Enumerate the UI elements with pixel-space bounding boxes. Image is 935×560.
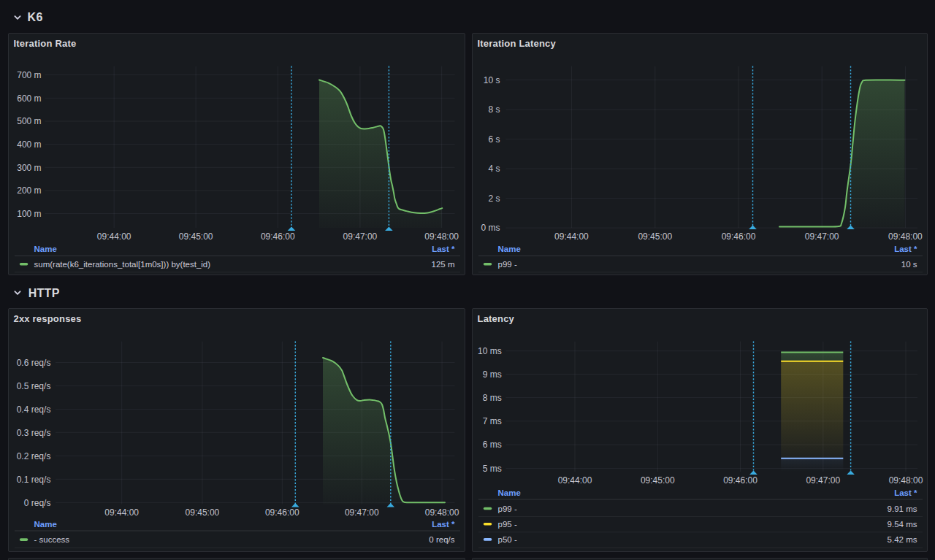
svg-text:09:46:00: 09:46:00 xyxy=(722,231,756,242)
svg-text:Name: Name xyxy=(498,245,521,253)
svg-text:09:46:00: 09:46:00 xyxy=(265,507,299,518)
svg-text:0.1 req/s: 0.1 req/s xyxy=(17,475,51,485)
svg-text:125 m: 125 m xyxy=(432,260,455,269)
svg-text:09:45:00: 09:45:00 xyxy=(179,231,213,242)
svg-text:0.3 req/s: 0.3 req/s xyxy=(17,428,51,438)
svg-text:09:47:00: 09:47:00 xyxy=(345,507,379,518)
svg-text:0 req/s: 0 req/s xyxy=(24,498,51,508)
svg-text:Name: Name xyxy=(34,520,57,529)
svg-text:09:44:00: 09:44:00 xyxy=(104,507,139,518)
svg-text:Last *: Last * xyxy=(432,520,455,529)
svg-text:6 s: 6 s xyxy=(488,134,500,145)
svg-text:700 m: 700 m xyxy=(17,70,41,80)
svg-text:500 m: 500 m xyxy=(17,116,41,126)
svg-text:0 ms: 0 ms xyxy=(481,223,500,233)
svg-text:4 s: 4 s xyxy=(488,164,500,174)
svg-text:09:45:00: 09:45:00 xyxy=(638,231,672,242)
svg-text:09:48:00: 09:48:00 xyxy=(888,231,923,242)
svg-text:09:44:00: 09:44:00 xyxy=(554,231,589,242)
svg-text:9 ms: 9 ms xyxy=(483,369,502,380)
svg-text:09:44:00: 09:44:00 xyxy=(97,231,131,242)
svg-text:6 ms: 6 ms xyxy=(483,440,502,450)
svg-text:9.91 ms: 9.91 ms xyxy=(888,505,917,513)
svg-text:2 s: 2 s xyxy=(488,193,500,204)
svg-text:10 ms: 10 ms xyxy=(478,346,502,356)
svg-text:09:44:00: 09:44:00 xyxy=(558,475,592,486)
svg-text:p50 -: p50 - xyxy=(498,535,517,544)
svg-text:09:48:00: 09:48:00 xyxy=(889,475,923,486)
svg-text:0 req/s: 0 req/s xyxy=(429,535,454,544)
svg-text:600 m: 600 m xyxy=(17,93,41,104)
svg-text:100 m: 100 m xyxy=(17,209,41,219)
svg-text:8 ms: 8 ms xyxy=(483,393,502,403)
svg-text:5 ms: 5 ms xyxy=(483,464,502,474)
svg-text:0.2 req/s: 0.2 req/s xyxy=(17,451,51,461)
svg-text:09:47:00: 09:47:00 xyxy=(806,475,840,486)
svg-text:- success: - success xyxy=(34,535,70,544)
svg-text:09:46:00: 09:46:00 xyxy=(723,475,757,486)
svg-text:09:47:00: 09:47:00 xyxy=(805,231,839,242)
svg-text:0.4 req/s: 0.4 req/s xyxy=(17,404,51,415)
svg-text:7 ms: 7 ms xyxy=(483,416,502,426)
svg-text:Last *: Last * xyxy=(894,245,917,253)
svg-text:p99 -: p99 - xyxy=(498,505,517,513)
svg-text:0.6 req/s: 0.6 req/s xyxy=(17,358,51,368)
svg-text:10 s: 10 s xyxy=(901,260,917,269)
svg-text:Last *: Last * xyxy=(894,488,917,497)
svg-text:09:45:00: 09:45:00 xyxy=(641,475,675,486)
svg-text:Name: Name xyxy=(498,488,521,497)
svg-text:5.42 ms: 5.42 ms xyxy=(888,535,917,544)
svg-text:200 m: 200 m xyxy=(17,185,41,196)
svg-text:09:48:00: 09:48:00 xyxy=(424,231,459,242)
svg-text:8 s: 8 s xyxy=(488,104,500,115)
svg-text:9.54 ms: 9.54 ms xyxy=(888,520,917,529)
svg-text:300 m: 300 m xyxy=(17,163,41,173)
svg-text:Name: Name xyxy=(34,245,57,253)
svg-text:sum(rate(k6_iterations_total[1: sum(rate(k6_iterations_total[1m0s])) by(… xyxy=(34,260,211,269)
svg-text:10 s: 10 s xyxy=(484,75,500,85)
svg-text:09:47:00: 09:47:00 xyxy=(343,231,378,242)
svg-text:p99 -: p99 - xyxy=(498,260,517,269)
svg-text:09:45:00: 09:45:00 xyxy=(186,507,220,518)
svg-text:09:46:00: 09:46:00 xyxy=(261,231,295,242)
svg-text:09:48:00: 09:48:00 xyxy=(425,507,459,518)
svg-text:400 m: 400 m xyxy=(17,139,41,150)
svg-text:0.5 req/s: 0.5 req/s xyxy=(17,381,51,391)
svg-text:p95 -: p95 - xyxy=(498,520,517,529)
svg-text:Last *: Last * xyxy=(432,245,455,253)
